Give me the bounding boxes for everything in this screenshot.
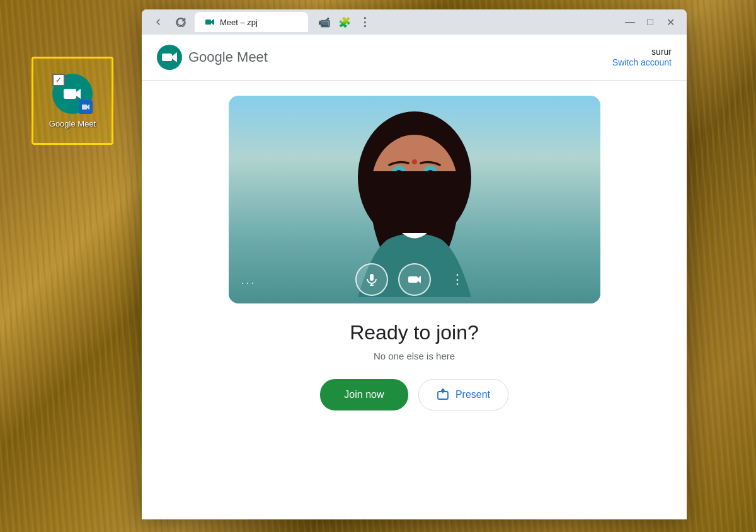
meet-page: Google Meet surur Switch account (142, 35, 687, 519)
chrome-titlebar: Meet – zpj 📹 🧩 ⋮ — □ ✕ (142, 9, 687, 35)
join-now-button[interactable]: Join now (320, 379, 408, 410)
mic-button[interactable] (355, 263, 388, 296)
back-icon (153, 17, 163, 27)
svg-rect-0 (64, 89, 76, 99)
video-controls: ··· (229, 256, 600, 303)
meet-logo-text: Google Meet (188, 49, 268, 65)
meet-logo-icon (157, 45, 182, 70)
no-one-here-text: No one else is here (374, 351, 455, 361)
more-options-button[interactable]: ⋮ (441, 263, 474, 296)
meet-logo: Google Meet (157, 45, 268, 70)
mic-icon (364, 272, 379, 287)
checkbox-icon: ✓ (52, 74, 65, 86)
meet-account: surur Switch account (612, 47, 672, 68)
ready-title: Ready to join? (350, 321, 479, 344)
video-preview: ··· (229, 96, 600, 303)
app-icon-wrapper: ✓ (52, 74, 93, 114)
account-name: surur (612, 47, 672, 57)
refresh-button[interactable] (172, 13, 190, 31)
chrome-tab[interactable]: Meet – zpj (195, 12, 308, 32)
small-app-icon (79, 100, 93, 114)
small-icon-svg (81, 103, 90, 111)
video-dots-left: ··· (241, 276, 256, 290)
tab-favicon (205, 17, 215, 27)
svg-rect-14 (370, 274, 374, 281)
chrome-toolbar-icons: 📹 🧩 ⋮ (316, 13, 374, 31)
svg-rect-1 (82, 105, 87, 110)
svg-rect-2 (205, 20, 211, 25)
window-controls: — □ ✕ (621, 13, 679, 31)
back-button[interactable] (149, 13, 167, 31)
maximize-button[interactable]: □ (641, 13, 659, 31)
extensions-button[interactable]: 🧩 (336, 13, 353, 31)
close-button[interactable]: ✕ (662, 13, 679, 31)
google-meet-desktop-icon[interactable]: ✓ Google Meet (32, 57, 113, 145)
action-buttons: Join now Present (320, 379, 508, 410)
present-icon (437, 388, 449, 401)
chrome-window: Meet – zpj 📹 🧩 ⋮ — □ ✕ (142, 9, 687, 519)
chrome-menu-button[interactable]: ⋮ (356, 13, 374, 31)
present-button[interactable]: Present (418, 379, 508, 410)
meet-header: Google Meet surur Switch account (142, 35, 687, 81)
camera-icon (407, 272, 422, 287)
refresh-icon (176, 17, 186, 27)
tab-title: Meet – zpj (220, 18, 258, 27)
video-capture-button[interactable]: 📹 (316, 13, 333, 31)
svg-rect-17 (408, 276, 418, 283)
svg-rect-4 (162, 54, 172, 61)
switch-account-link[interactable]: Switch account (612, 57, 672, 67)
camera-button[interactable] (398, 263, 431, 296)
minimize-button[interactable]: — (621, 13, 639, 31)
desktop-icon-label: Google Meet (49, 119, 96, 128)
present-label: Present (455, 389, 490, 400)
meet-main: ··· (142, 81, 687, 519)
svg-point-11 (412, 159, 417, 164)
